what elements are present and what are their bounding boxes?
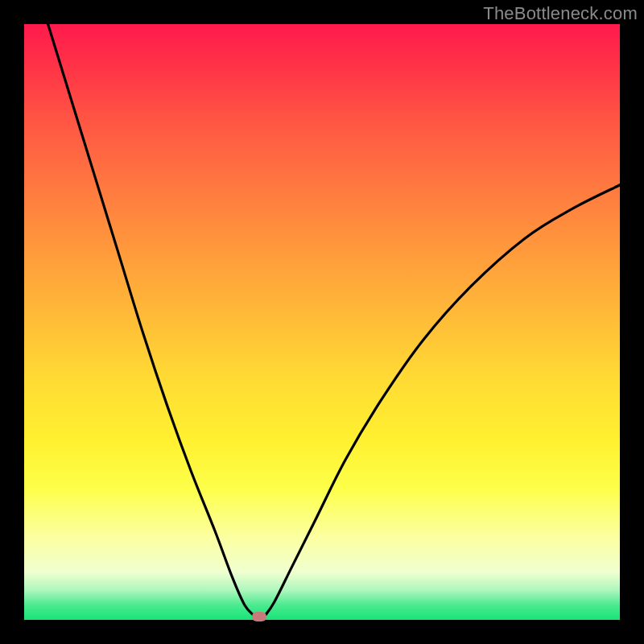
curve-right-branch: [266, 185, 620, 615]
chart-frame: TheBottleneck.com: [0, 0, 644, 644]
optimum-marker: [252, 612, 266, 621]
curve-left-branch: [48, 24, 254, 615]
watermark-text: TheBottleneck.com: [483, 3, 638, 24]
plot-area: [24, 24, 620, 620]
bottleneck-curve: [24, 24, 620, 620]
